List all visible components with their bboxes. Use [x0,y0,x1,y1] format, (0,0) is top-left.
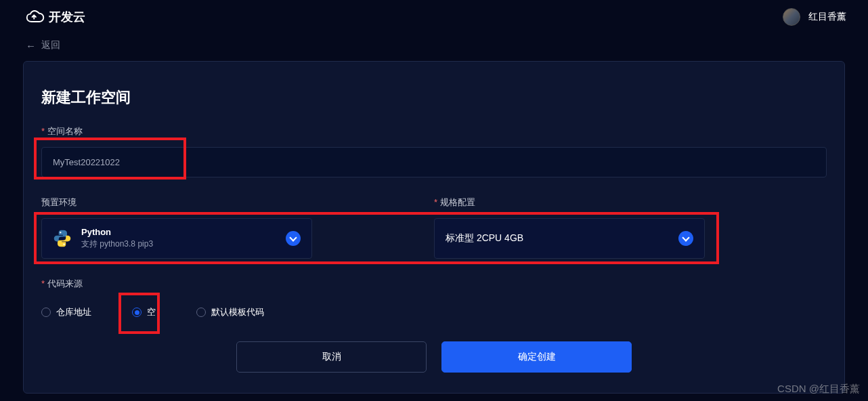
chevron-down-icon [286,231,301,246]
avatar [783,8,800,26]
back-link[interactable]: ← 返回 [0,34,868,61]
env-select-title: Python [81,227,153,237]
arrow-left-icon: ← [26,40,36,51]
spec-select[interactable]: 标准型 2CPU 4GB [434,218,705,259]
radio-label: 空 [147,306,156,318]
env-select-subtitle: 支持 python3.8 pip3 [81,238,153,250]
radio-icon [196,308,206,317]
python-icon [53,229,72,248]
header: 开发云 红目香薰 [0,0,868,34]
page-title: 新建工作空间 [41,87,827,108]
spec-select-value: 标准型 2CPU 4GB [446,232,523,245]
cloud-logo-icon [26,9,45,24]
name-label: 空间名称 [41,125,827,138]
user-menu[interactable]: 红目香薰 [783,8,846,26]
source-radio-group: 仓库地址 空 默认模板代码 [41,306,827,318]
logo-text: 开发云 [49,9,85,25]
username: 红目香薰 [808,11,846,23]
svg-point-0 [60,232,61,233]
cancel-button[interactable]: 取消 [236,341,427,373]
radio-empty[interactable]: 空 [132,306,156,318]
radio-repo-url[interactable]: 仓库地址 [41,306,91,318]
env-label: 预置环境 [41,196,312,209]
spec-label: 规格配置 [434,196,705,209]
button-row: 取消 确定创建 [41,341,827,373]
svg-point-1 [63,244,64,245]
chevron-down-icon [678,231,693,246]
env-select[interactable]: Python 支持 python3.8 pip3 [41,218,312,259]
confirm-button[interactable]: 确定创建 [441,341,632,373]
workspace-name-input[interactable] [41,147,827,177]
main-card: 新建工作空间 空间名称 预置环境 规格配置 Python 支持 pyt [23,61,845,394]
radio-label: 默认模板代码 [211,306,264,318]
radio-icon [132,308,142,317]
back-label: 返回 [41,39,60,51]
radio-label: 仓库地址 [56,306,91,318]
radio-default-template[interactable]: 默认模板代码 [196,306,264,318]
radio-icon [41,308,51,317]
logo[interactable]: 开发云 [26,9,85,25]
watermark: CSDN @红目香薰 [777,383,860,396]
source-label: 代码来源 [41,278,827,290]
